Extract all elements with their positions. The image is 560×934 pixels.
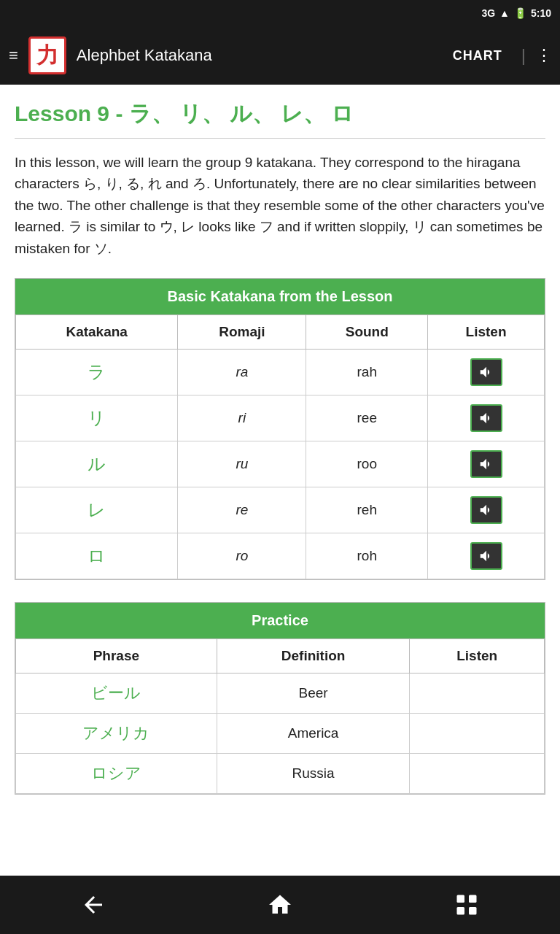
back-icon: [80, 892, 106, 918]
signal-bars: ▲: [499, 7, 510, 19]
speaker-icon: [478, 502, 494, 518]
lesson-description: In this lesson, we will learn the group …: [15, 152, 545, 259]
listen-button[interactable]: [470, 450, 502, 478]
table-row: ロ ro roh: [16, 533, 545, 579]
menu-icon[interactable]: ≡: [9, 46, 18, 65]
definition-cell: Russia: [217, 754, 410, 794]
speaker-icon: [478, 548, 494, 564]
recents-button[interactable]: [445, 889, 489, 921]
app-title: Alephbet Katakana: [77, 46, 434, 65]
lesson-title: Lesson 9 - ラ、 リ、 ル、 レ、 ロ: [15, 99, 545, 129]
katakana-cell: リ: [16, 395, 178, 441]
basic-katakana-table: Basic Katakana from the Lesson Katakana …: [15, 278, 545, 580]
speaker-icon: [478, 456, 494, 472]
katakana-cell: ル: [16, 441, 178, 487]
listen-practice-cell: [410, 754, 545, 794]
svg-rect-0: [457, 895, 465, 903]
sound-cell: rah: [306, 350, 428, 395]
app-bar: ≡ 力 Alephbet Katakana CHART | ⋮: [0, 26, 560, 85]
bottom-navigation: [0, 876, 560, 934]
definition-cell: America: [217, 714, 410, 754]
speaker-icon: [478, 364, 494, 380]
listen-cell: [428, 395, 545, 441]
battery-icon: 🔋: [514, 7, 526, 19]
svg-rect-1: [469, 895, 477, 903]
listen-practice-cell: [410, 714, 545, 754]
practice-table-header: Practice: [15, 603, 545, 638]
table-row: アメリカ America: [16, 714, 545, 754]
sound-cell: roo: [306, 441, 428, 487]
col-phrase: Phrase: [16, 639, 217, 674]
recents-icon: [454, 892, 480, 918]
romaji-cell: ri: [178, 395, 306, 441]
home-button[interactable]: [258, 889, 302, 921]
listen-cell: [428, 487, 545, 533]
sound-cell: roh: [306, 533, 428, 579]
listen-button[interactable]: [470, 496, 502, 524]
col-definition: Definition: [217, 639, 410, 674]
back-button[interactable]: [71, 889, 115, 921]
practice-table: Practice Phrase Definition Listen ビール Be…: [15, 602, 545, 795]
col-katakana: Katakana: [16, 315, 178, 350]
table-row: ロシア Russia: [16, 754, 545, 794]
signal-icon: 3G: [481, 7, 495, 19]
romaji-cell: re: [178, 487, 306, 533]
main-content: Lesson 9 - ラ、 リ、 ル、 レ、 ロ In this lesson,…: [0, 85, 560, 876]
phrase-cell: ビール: [16, 674, 217, 714]
listen-cell: [428, 350, 545, 395]
katakana-cell: ロ: [16, 533, 178, 579]
table-row: ル ru roo: [16, 441, 545, 487]
listen-button[interactable]: [470, 542, 502, 570]
sound-cell: reh: [306, 487, 428, 533]
more-options-icon[interactable]: ⋮: [536, 46, 551, 65]
status-bar: 3G ▲ 🔋 5:10: [0, 0, 560, 26]
table-row: ビール Beer: [16, 674, 545, 714]
phrase-cell: ロシア: [16, 754, 217, 794]
listen-button[interactable]: [470, 358, 502, 386]
romaji-cell: ra: [178, 350, 306, 395]
listen-button[interactable]: [470, 404, 502, 432]
app-logo: 力: [28, 36, 66, 74]
definition-cell: Beer: [217, 674, 410, 714]
speaker-icon: [478, 410, 494, 426]
basic-table-header: Basic Katakana from the Lesson: [15, 279, 545, 314]
table-row: レ re reh: [16, 487, 545, 533]
chart-button[interactable]: CHART: [444, 42, 511, 69]
title-divider: [15, 138, 545, 139]
katakana-cell: ラ: [16, 350, 178, 395]
table-row: リ ri ree: [16, 395, 545, 441]
phrase-cell: アメリカ: [16, 714, 217, 754]
table-row: ラ ra rah: [16, 350, 545, 395]
romaji-cell: ru: [178, 441, 306, 487]
svg-rect-3: [469, 907, 477, 915]
home-icon: [267, 892, 293, 918]
romaji-cell: ro: [178, 533, 306, 579]
divider: |: [521, 45, 526, 66]
col-listen-practice: Listen: [410, 639, 545, 674]
svg-rect-2: [457, 907, 465, 915]
col-sound: Sound: [306, 315, 428, 350]
listen-cell: [428, 441, 545, 487]
col-romaji: Romaji: [178, 315, 306, 350]
time-display: 5:10: [531, 7, 551, 19]
sound-cell: ree: [306, 395, 428, 441]
col-listen: Listen: [428, 315, 545, 350]
listen-cell: [428, 533, 545, 579]
katakana-cell: レ: [16, 487, 178, 533]
listen-practice-cell: [410, 674, 545, 714]
